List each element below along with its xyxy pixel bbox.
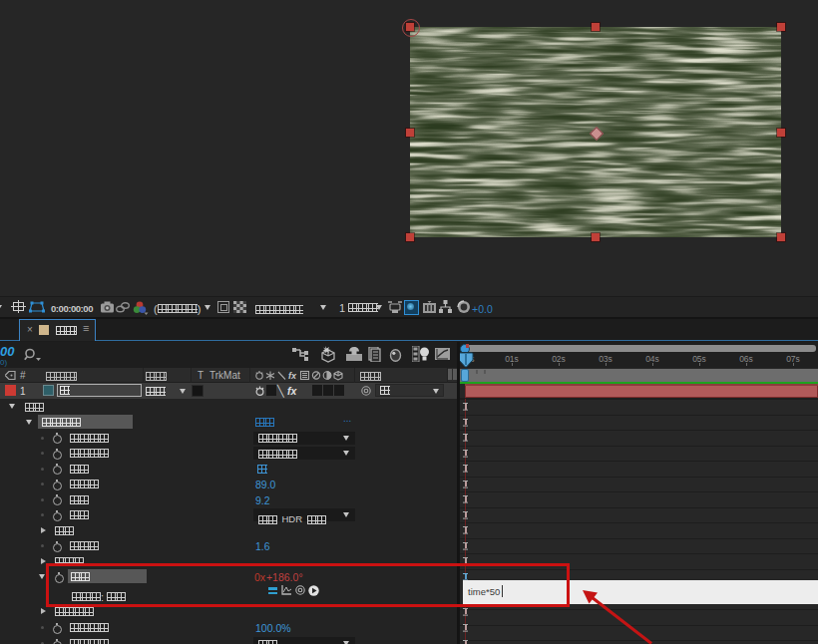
- svg-text:fx: fx: [288, 371, 297, 381]
